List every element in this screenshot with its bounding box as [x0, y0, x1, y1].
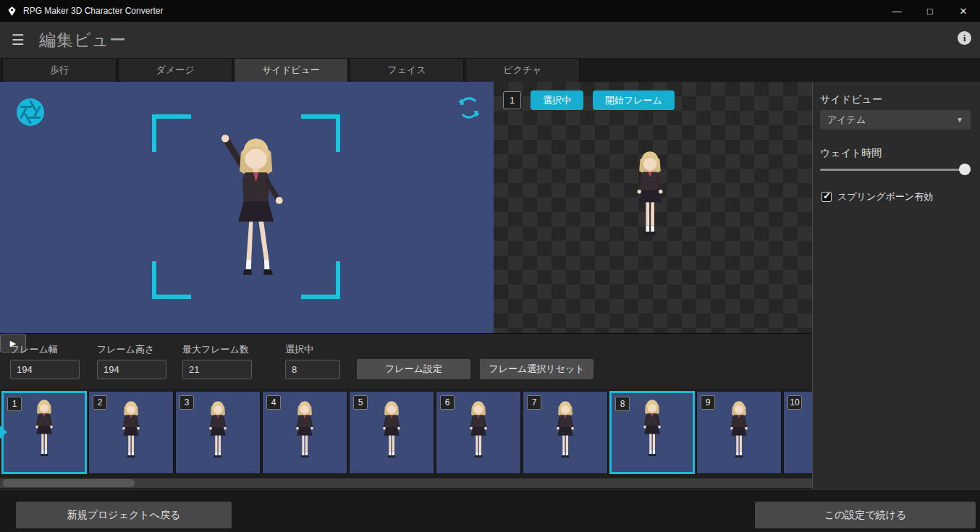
character-thumbnail: [26, 397, 62, 469]
back-to-project-button[interactable]: 新規プロジェクトへ戻る: [16, 502, 232, 528]
sidebar-title: サイドビュー: [820, 93, 882, 106]
max-frame-input[interactable]: [182, 360, 252, 379]
character-thumbnail: [287, 398, 323, 470]
tab-picture[interactable]: ピクチャ: [465, 58, 580, 82]
frame-width-input[interactable]: [10, 360, 80, 379]
filmstrip-frame-3[interactable]: 3: [175, 391, 261, 474]
frame-number-badge: 9: [701, 395, 715, 410]
frame-width-label: フレーム幅: [10, 343, 58, 356]
sideview-settings-sidebar: サイドビュー アイテム ▼ ウェイト時間 ✓ スプリングボーン有効: [812, 82, 980, 489]
frame-number-badge: 10: [787, 395, 802, 410]
slider-knob[interactable]: [959, 164, 971, 175]
frame-number-badge: 6: [440, 395, 455, 410]
springbone-label: スプリングボーン有効: [837, 190, 933, 203]
filmstrip-frame-4[interactable]: 4: [262, 391, 347, 474]
page-title: 編集ビュー: [39, 29, 127, 51]
info-icon[interactable]: i: [958, 31, 971, 45]
camera-aperture-icon[interactable]: [16, 98, 45, 130]
frame-filmstrip: 1 2 3 4 5 6 7 8: [0, 389, 812, 476]
menu-icon[interactable]: ☰: [12, 31, 25, 48]
capture-bracket-bottomright: [301, 261, 340, 299]
character-thumbnail: [460, 398, 497, 470]
scrollbar-thumb[interactable]: [3, 479, 135, 487]
character-sprite: [622, 147, 677, 254]
capture-bracket-topleft: [152, 114, 191, 152]
slider-track[interactable]: [820, 169, 971, 171]
character-thumbnail: [634, 397, 670, 469]
chevron-down-icon: ▼: [956, 116, 963, 124]
filmstrip-frame-5[interactable]: 5: [349, 391, 434, 474]
filmstrip-frame-10[interactable]: 10: [783, 391, 812, 474]
frame-number-badge: 7: [527, 395, 541, 410]
minimize-button[interactable]: —: [880, 0, 913, 22]
filmstrip-frame-1[interactable]: 1: [1, 391, 87, 474]
frame-number-badge: 2: [93, 395, 107, 410]
character-preview: [204, 127, 300, 308]
frame-reset-button[interactable]: フレーム選択リセット: [480, 359, 594, 379]
selected-frame-input[interactable]: [285, 360, 340, 379]
frame-number-badge: 8: [615, 397, 630, 411]
capture-bracket-topright: [301, 114, 340, 152]
frame-number-badge: 4: [266, 395, 281, 410]
frame-height-label: フレーム高さ: [97, 343, 154, 356]
selected-frame-label: 選択中: [285, 343, 313, 356]
tab-face[interactable]: フェイス: [350, 58, 464, 82]
frame-set-button[interactable]: フレーム設定: [357, 359, 470, 379]
selected-button[interactable]: 選択中: [531, 90, 583, 110]
filmstrip-frame-9[interactable]: 9: [696, 391, 782, 474]
sideview-type-dropdown[interactable]: アイテム ▼: [820, 110, 971, 130]
window-controls: — □ ✕: [880, 0, 980, 22]
dropdown-value: アイテム: [827, 114, 866, 127]
header: ☰ 編集ビュー i: [0, 22, 980, 58]
start-frame-button[interactable]: 開始フレーム: [593, 90, 675, 110]
frame-number-badge: 1: [503, 91, 521, 109]
preview-viewport[interactable]: [0, 82, 494, 333]
springbone-checkbox[interactable]: ✓ スプリングボーン有効: [821, 190, 933, 203]
character-thumbnail: [373, 398, 410, 470]
app-window: RPG Maker 3D Character Converter — □ ✕ ☰…: [0, 0, 980, 532]
character-thumbnail: [808, 398, 812, 470]
wait-time-label: ウェイト時間: [820, 147, 882, 160]
tab-damage[interactable]: ダメージ: [118, 58, 232, 82]
footer-bar: 新規プロジェクトへ戻る この設定で続ける: [0, 489, 980, 532]
capture-bracket-bottomleft: [152, 261, 191, 299]
check-icon: ✓: [823, 190, 831, 201]
frame-height-input[interactable]: [97, 360, 166, 379]
tab-sideview[interactable]: サイドビュー: [234, 58, 348, 82]
character-thumbnail: [113, 398, 149, 470]
checkbox-icon: ✓: [821, 192, 832, 202]
frame-settings-bar: フレーム幅 フレーム高さ 最大フレーム数 選択中 フレーム設定 フレーム選択リセ…: [0, 333, 812, 389]
app-logo-icon: [7, 6, 17, 17]
sprite-frame-bar: 1 選択中 開始フレーム: [503, 90, 675, 110]
maximize-button[interactable]: □: [913, 0, 947, 22]
frame-number-badge: 3: [179, 395, 194, 410]
max-frame-label: 最大フレーム数: [182, 343, 249, 356]
close-button[interactable]: ✕: [947, 0, 980, 22]
character-thumbnail: [200, 398, 236, 470]
filmstrip-frame-8[interactable]: 8: [609, 391, 695, 474]
current-frame-marker-icon: [0, 426, 7, 439]
continue-button[interactable]: この設定で続ける: [755, 502, 976, 528]
titlebar: RPG Maker 3D Character Converter — □ ✕: [0, 0, 980, 22]
character-thumbnail: [721, 398, 757, 470]
sprite-sheet-panel: 1 選択中 開始フレーム: [494, 82, 812, 333]
filmstrip-frame-6[interactable]: 6: [436, 391, 521, 474]
filmstrip-frame-7[interactable]: 7: [523, 391, 608, 474]
window-title: RPG Maker 3D Character Converter: [23, 6, 163, 16]
character-thumbnail: [547, 398, 583, 470]
frame-number-badge: 1: [7, 397, 22, 411]
tab-walk[interactable]: 歩行: [2, 58, 117, 82]
frame-number-badge: 5: [353, 395, 368, 410]
filmstrip-scrollbar[interactable]: [0, 478, 812, 488]
filmstrip-frame-2[interactable]: 2: [88, 391, 174, 474]
wait-time-slider[interactable]: [820, 163, 971, 176]
tab-bar: 歩行 ダメージ サイドビュー フェイス ピクチャ: [0, 58, 980, 82]
rotate-view-icon[interactable]: [457, 95, 481, 124]
